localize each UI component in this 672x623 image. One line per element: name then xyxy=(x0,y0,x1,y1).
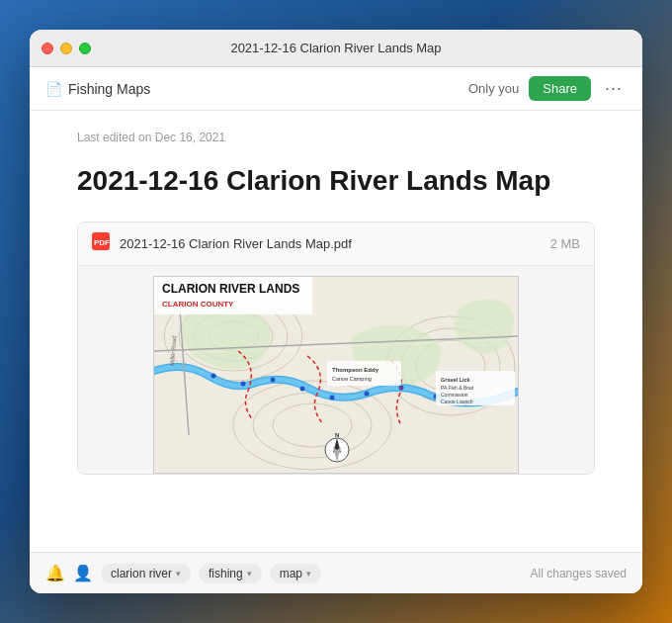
tag-label-map: map xyxy=(280,567,302,580)
maximize-button[interactable] xyxy=(79,43,91,54)
pdf-size: 2 MB xyxy=(550,236,580,251)
map-container: Thompson Eddy Canoe Camping Gravel Lick … xyxy=(78,266,594,474)
tag-map[interactable]: map ▾ xyxy=(270,564,321,583)
minimize-button[interactable] xyxy=(60,43,72,54)
pdf-preview: Thompson Eddy Canoe Camping Gravel Lick … xyxy=(78,266,594,474)
tag-label-fishing: fishing xyxy=(209,567,243,580)
tag-fishing[interactable]: fishing ▾ xyxy=(199,564,262,583)
statusbar: 🔔 👤 clarion river ▾ fishing ▾ map ▾ All … xyxy=(30,552,642,593)
window-title: 2021-12-16 Clarion River Lands Map xyxy=(230,41,441,55)
svg-point-15 xyxy=(271,377,276,382)
chevron-down-icon: ▾ xyxy=(306,569,311,578)
app-window: 2021-12-16 Clarion River Lands Map 📄 Fis… xyxy=(30,30,642,593)
svg-text:Commission: Commission xyxy=(441,392,468,398)
close-button[interactable] xyxy=(42,43,53,54)
svg-text:Canoe Camping: Canoe Camping xyxy=(332,376,372,382)
breadcrumb: 📄 Fishing Maps xyxy=(45,81,457,97)
save-status: All changes saved xyxy=(531,567,627,580)
tag-clarion-river[interactable]: clarion river ▾ xyxy=(101,564,191,583)
toolbar: 📄 Fishing Maps Only you Share ··· xyxy=(30,67,642,111)
traffic-lights xyxy=(42,43,91,54)
share-button[interactable]: Share xyxy=(529,76,591,101)
document-content: Last edited on Dec 16, 2021 2021-12-16 C… xyxy=(30,111,642,552)
svg-point-16 xyxy=(300,386,305,391)
bell-icon[interactable]: 🔔 xyxy=(45,564,65,582)
breadcrumb-label[interactable]: Fishing Maps xyxy=(68,81,150,97)
titlebar: 2021-12-16 Clarion River Lands Map xyxy=(30,30,642,67)
pdf-attachment[interactable]: PDF 2021-12-16 Clarion River Lands Map.p… xyxy=(77,222,595,475)
visibility-label: Only you xyxy=(468,81,519,96)
svg-point-18 xyxy=(365,391,370,396)
svg-point-14 xyxy=(241,381,246,386)
svg-point-13 xyxy=(211,373,216,378)
toolbar-right: Only you Share ··· xyxy=(468,76,627,101)
last-edited-text: Last edited on Dec 16, 2021 xyxy=(77,131,595,144)
svg-text:Thompson Eddy: Thompson Eddy xyxy=(332,367,379,373)
more-options-button[interactable]: ··· xyxy=(601,76,627,101)
pdf-filename: 2021-12-16 Clarion River Lands Map.pdf xyxy=(120,236,541,251)
chevron-down-icon: ▾ xyxy=(247,569,252,578)
pdf-header: PDF 2021-12-16 Clarion River Lands Map.p… xyxy=(78,222,594,266)
svg-text:PDF: PDF xyxy=(94,238,110,247)
chevron-down-icon: ▾ xyxy=(176,569,181,578)
document-icon: 📄 xyxy=(45,81,62,97)
svg-point-17 xyxy=(330,395,335,400)
svg-text:Canoe Launch: Canoe Launch xyxy=(441,399,473,404)
document-title: 2021-12-16 Clarion River Lands Map xyxy=(77,164,595,198)
svg-rect-25 xyxy=(327,361,401,386)
svg-text:CLARION COUNTY: CLARION COUNTY xyxy=(162,300,234,309)
svg-text:PA Fish & Boat: PA Fish & Boat xyxy=(441,385,474,391)
pdf-icon: PDF xyxy=(92,232,110,255)
svg-text:N: N xyxy=(335,432,339,438)
tag-label-clarion-river: clarion river xyxy=(111,567,172,580)
svg-text:Gravel Lick: Gravel Lick xyxy=(441,377,471,383)
svg-text:CLARION RIVER LANDS: CLARION RIVER LANDS xyxy=(162,282,299,296)
person-icon[interactable]: 👤 xyxy=(73,564,93,582)
map-image: Thompson Eddy Canoe Camping Gravel Lick … xyxy=(153,276,519,474)
